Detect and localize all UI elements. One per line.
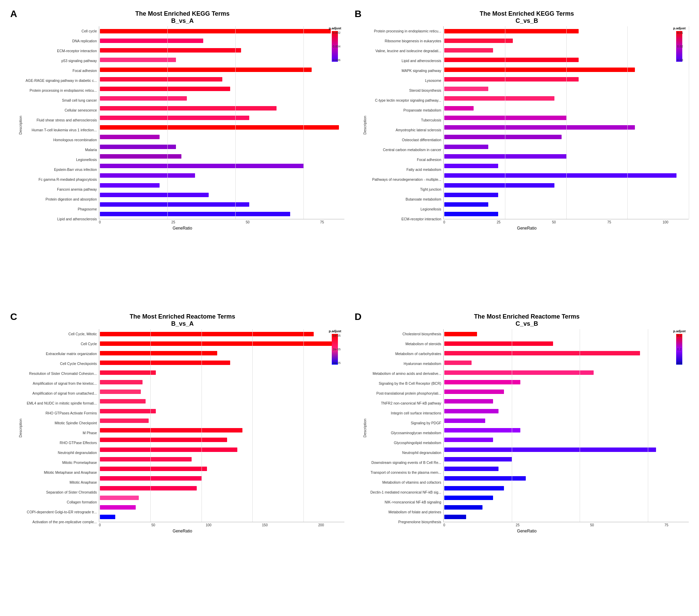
bar-11 (100, 135, 160, 139)
bar-16 (100, 183, 160, 187)
bar-17 (100, 193, 209, 197)
bar-label-3: Hyaluronan metabolism (404, 362, 441, 366)
x-tick: 75 (320, 220, 324, 224)
bar-5 (100, 380, 143, 384)
bar-label-13: Mitotic Prometaphase (62, 461, 97, 465)
bar-0 (444, 332, 477, 336)
bar-row-13 (444, 154, 689, 159)
bar-15 (100, 173, 195, 178)
bar-label-17: Butanoate metabolism (406, 197, 441, 201)
bar-row-11 (444, 437, 689, 442)
legend-a: p.adjust0.0020.0040.006 (326, 26, 344, 62)
x-tick: 50 (151, 523, 155, 527)
legend-tick: 0.002 (333, 31, 345, 35)
bar-row-9 (444, 116, 689, 120)
panel-c-xlabel: GeneRatio (21, 529, 344, 534)
bar-7 (444, 96, 554, 101)
panel-a-label: A (10, 9, 17, 19)
bar-9 (444, 419, 485, 423)
bar-row-13 (100, 154, 344, 159)
x-tick: 100 (662, 220, 668, 224)
legend-b: p.adjust0.010.020.03 (670, 26, 689, 62)
bar-label-2: Metabolism of carbohydrates (395, 352, 441, 356)
bar-label-1: DNA replication (72, 39, 97, 43)
legend-title: p.adjust (673, 329, 685, 333)
bar-row-19 (100, 515, 344, 519)
bar-18 (100, 202, 249, 207)
bar-row-7 (444, 399, 689, 404)
bar-row-3 (100, 58, 344, 62)
bar-label-3: p53 signaling pathway (61, 59, 97, 63)
bar-3 (100, 58, 176, 62)
bar-row-2 (444, 351, 689, 355)
x-tick: 25 (497, 220, 501, 224)
bar-label-8: RHO GTPases Activate Formins (45, 411, 97, 416)
bar-row-9 (100, 116, 344, 120)
bar-label-18: Legionellosis (420, 207, 441, 211)
bar-label-14: Epstein-Barr virus infection (54, 168, 97, 172)
bar-label-19: Activation of the pre-replicative comple… (32, 520, 97, 524)
bar-row-11 (100, 135, 344, 139)
panel-d: D The Most Enriched Reactome Terms C_vs_… (351, 310, 692, 609)
bar-label-16: Dectin-1 mediated noncanonical NF-kB sig… (370, 490, 441, 495)
bar-label-17: NIK->noncanonical NF-kB signaling (385, 500, 441, 504)
bar-row-6 (444, 390, 689, 394)
bar-label-15: Metabolism of vitamins and cofactors (382, 481, 441, 485)
bar-row-1 (100, 341, 344, 346)
bar-label-1: Metabolism of steroids (406, 342, 441, 346)
x-tick: 25 (516, 523, 520, 527)
bar-16 (100, 486, 197, 490)
bar-row-7 (444, 96, 689, 101)
bar-row-9 (444, 419, 689, 423)
x-tick: 0 (99, 220, 101, 224)
bar-16 (444, 183, 554, 187)
legend-tick: 0.02 (677, 45, 689, 48)
bar-row-3 (444, 58, 689, 62)
bar-row-15 (100, 476, 344, 481)
bar-10 (100, 125, 339, 130)
bar-row-19 (100, 212, 344, 216)
bar-row-12 (100, 447, 344, 452)
bar-label-19: Lipid and atherosclerosis (57, 217, 97, 221)
panel-d-xlabel: GeneRatio (365, 529, 689, 534)
bar-18 (444, 202, 488, 207)
bar-row-15 (100, 173, 344, 178)
bar-12 (100, 447, 237, 452)
bar-row-8 (444, 409, 689, 414)
bar-3 (444, 58, 579, 62)
bar-8 (100, 409, 156, 414)
legend-tick: 0.03 (677, 58, 689, 62)
panel-d-label: D (355, 311, 361, 322)
bar-label-11: Osteoclast differentiation (402, 138, 441, 142)
bar-row-17 (444, 193, 689, 197)
bar-6 (444, 390, 504, 394)
bar-row-19 (444, 515, 689, 519)
bar-label-12: Malaria (85, 148, 97, 152)
bar-7 (100, 96, 187, 101)
bar-19 (100, 212, 290, 216)
bar-row-16 (100, 183, 344, 187)
bar-0 (444, 29, 579, 34)
bar-label-17: Protein digestion and absorption (45, 197, 97, 201)
bar-label-10: Glycosaminoglycan metabolism (391, 431, 441, 435)
bar-label-2: ECM-receptor interaction (57, 49, 97, 53)
bar-2 (444, 351, 640, 355)
bar-row-12 (444, 145, 689, 149)
x-tick: 50 (552, 220, 556, 224)
bar-row-18 (100, 202, 344, 207)
legend-tick: 0.006 (333, 58, 345, 62)
bar-label-17: Collagen formation (67, 500, 97, 504)
bar-row-4 (444, 370, 689, 375)
bar-row-1 (100, 39, 344, 43)
bar-13 (100, 457, 192, 461)
bar-row-8 (100, 106, 344, 110)
bar-label-0: Cell cycle (81, 29, 97, 34)
bar-label-12: Neutrophil degranulation (58, 451, 97, 455)
bar-14 (100, 467, 207, 471)
bar-15 (444, 476, 526, 481)
bar-label-15: Fc gamma R-mediated phagocytosis (39, 178, 97, 182)
bar-label-6: Post-translational protein phosphorylati… (377, 392, 441, 396)
legend-tick: 0.01 (677, 31, 689, 35)
legend-tick: 0.004 (333, 45, 345, 48)
bar-9 (100, 419, 149, 423)
